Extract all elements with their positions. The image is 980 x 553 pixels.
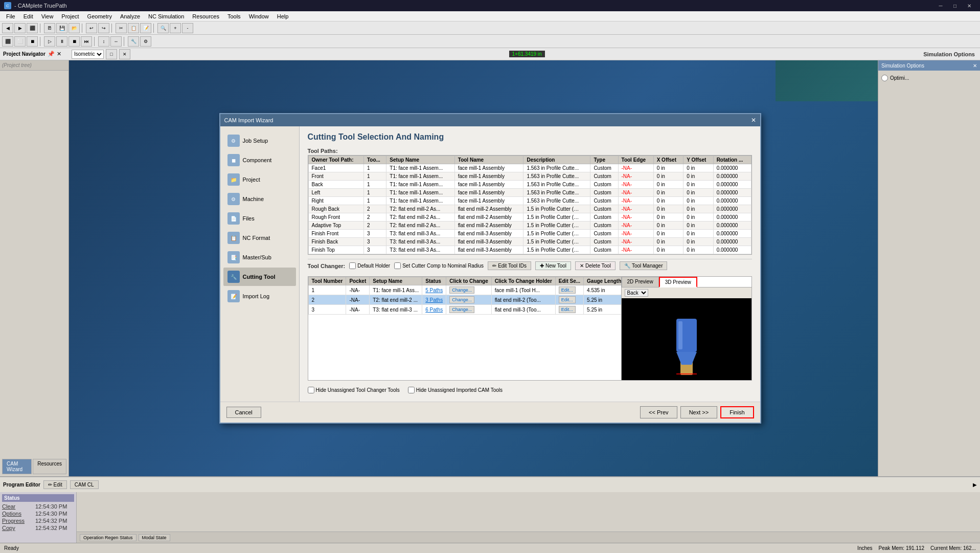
minimize-button[interactable]: ─ — [934, 0, 947, 11]
delete-tool-button[interactable]: ✕ Delete Tool — [575, 261, 616, 270]
menu-geometry[interactable]: Geometry — [83, 12, 116, 20]
edit-tool-ids-button[interactable]: ✏ Edit Tool IDs — [488, 261, 531, 270]
menu-file[interactable]: File — [2, 12, 19, 20]
project-navigator-pin[interactable]: 📌 — [48, 51, 55, 57]
toolbar-btn-6[interactable]: 📂 — [69, 23, 80, 33]
toolbar-btn-10[interactable]: 📋 — [128, 23, 139, 33]
edit-button[interactable]: Edit... — [559, 306, 576, 313]
tool-paths-table-wrap[interactable]: Owner Tool Path: Too... Setup Name Tool … — [308, 155, 752, 255]
next-button[interactable]: Next >> — [680, 406, 718, 418]
tool-path-row[interactable]: Rough Back2T2: flat end mill-2 As...flat… — [308, 205, 751, 213]
tool-path-row[interactable]: Front1T1: face mill-1 Assem...face mill-… — [308, 172, 751, 181]
modal-state-tab[interactable]: Modal State — [139, 534, 170, 541]
toolbar-btn-4[interactable]: 🖹 — [44, 23, 55, 33]
step-machine[interactable]: ⚙ Machine — [223, 190, 296, 208]
tc-row[interactable]: 2-NA-T2: flat end mill-2 ...3 PathsChang… — [308, 295, 621, 305]
edit-button[interactable]: Edit... — [559, 296, 576, 303]
step-cutting-tool[interactable]: 🔧 Cutting Tool — [223, 268, 296, 286]
toolbar-btn-25[interactable]: ⏸ — [56, 36, 67, 47]
step-import-log[interactable]: 📝 Import Log — [223, 287, 296, 305]
change-button[interactable]: Change... — [449, 286, 474, 294]
step-project[interactable]: 📁 Project — [223, 170, 296, 189]
status-row-label[interactable]: Options — [2, 511, 31, 517]
menu-help[interactable]: Help — [273, 12, 293, 20]
menu-edit[interactable]: Edit — [19, 12, 37, 20]
tool-path-row[interactable]: Finish Top3T3: flat end mill-3 As...flat… — [308, 246, 751, 254]
menu-window[interactable]: Window — [245, 12, 273, 20]
tab-2d-preview[interactable]: 2D Preview — [622, 277, 659, 287]
tool-manager-button[interactable]: 🔧 Tool Manager — [620, 261, 668, 270]
toolbar-btn-3[interactable]: ⬛ — [27, 23, 38, 33]
cam-cl-button[interactable]: CAM CL — [70, 480, 99, 489]
toolbar-btn-11[interactable]: 📝 — [140, 23, 151, 33]
new-tool-button[interactable]: ✚ New Tool — [535, 261, 571, 270]
step-master-sub[interactable]: 📑 Master/Sub — [223, 248, 296, 267]
toolbar-btn-7[interactable]: ↩ — [86, 23, 97, 33]
toolbar-btn-27[interactable]: ⏭ — [81, 36, 92, 47]
step-files[interactable]: 📄 Files — [223, 209, 296, 228]
edit-button[interactable]: Edit... — [559, 286, 576, 294]
edit-button[interactable]: ✏ Edit — [43, 480, 67, 489]
tc-table-wrap[interactable]: Tool Number Pocket Setup Name Status Cli… — [308, 277, 621, 380]
tool-path-row[interactable]: Left1T1: face mill-1 Assem...face mill-1… — [308, 189, 751, 197]
toolbar-btn-22[interactable]: ⬜ — [14, 36, 26, 47]
menu-analyze[interactable]: Analyze — [116, 12, 144, 20]
status-row-label[interactable]: Progress — [2, 518, 31, 524]
change-button[interactable]: Change... — [449, 306, 474, 313]
step-component[interactable]: ◼ Component — [223, 151, 296, 169]
toolbar-btn-14[interactable]: - — [182, 23, 193, 33]
toolbar-btn-1[interactable]: ◀ — [2, 23, 13, 33]
status-row-label[interactable]: Copy — [2, 525, 31, 531]
paths-link[interactable]: 6 Paths — [425, 307, 443, 313]
step-nc-format[interactable]: 📋 NC Format — [223, 229, 296, 247]
toolbar-btn-13[interactable]: + — [170, 23, 181, 33]
tool-path-row[interactable]: Back1T1: face mill-1 Assem...face mill-1… — [308, 181, 751, 189]
operation-regen-status-tab[interactable]: Operation Regen Status — [80, 534, 136, 541]
toolbar-btn-28[interactable]: ↕ — [98, 36, 109, 47]
cancel-button[interactable]: Cancel — [226, 407, 261, 418]
view-btn-2[interactable]: ✕ — [119, 49, 130, 59]
prev-button[interactable]: << Prev — [640, 406, 677, 418]
change-button[interactable]: Change... — [449, 296, 474, 303]
toolbar-btn-9[interactable]: ✂ — [116, 23, 127, 33]
tool-path-row[interactable]: Right1T1: face mill-1 Assem...face mill-… — [308, 197, 751, 205]
step-job-setup[interactable]: ⚙ Job Setup — [223, 131, 296, 150]
hide-unassigned-tc-checkbox[interactable] — [308, 387, 314, 393]
toolbar-btn-2[interactable]: ▶ — [14, 23, 26, 33]
tc-row[interactable]: 3-NA-T3: flat end mill-3 ...6 PathsChang… — [308, 305, 621, 315]
menu-project[interactable]: Project — [57, 12, 83, 20]
tool-path-row[interactable]: Face11T1: face mill-1 Assem...face mill-… — [308, 164, 751, 172]
toolbar-btn-30[interactable]: 🔧 — [128, 36, 139, 47]
hide-unassigned-cam-label[interactable]: Hide Unassigned Imported CAM Tools — [408, 387, 503, 393]
toolbar-btn-26[interactable]: ⏹ — [69, 36, 80, 47]
toolbar-btn-5[interactable]: 💾 — [56, 23, 67, 33]
close-button[interactable]: ✕ — [963, 0, 976, 11]
toolbar-btn-8[interactable]: ↪ — [98, 23, 109, 33]
menu-resources[interactable]: Resources — [188, 12, 223, 20]
preview-view-select[interactable]: Back Front Top Left Right — [625, 289, 648, 297]
toolbar-btn-23[interactable]: ⏹ — [27, 36, 38, 47]
toolbar-btn-21[interactable]: ⬛ — [2, 36, 13, 47]
menu-nc-simulation[interactable]: NC Simulation — [144, 12, 188, 20]
view-select[interactable]: Isometric — [72, 50, 104, 59]
toolbar-btn-12[interactable]: 🔍 — [157, 23, 169, 33]
tool-path-row[interactable]: Adaptive Top2T2: flat end mill-2 As...fl… — [308, 222, 751, 230]
tc-row[interactable]: 1-NA-T1: face mill-1 Ass...5 PathsChange… — [308, 285, 621, 295]
tool-path-row[interactable]: Finish Back3T3: flat end mill-3 As...fla… — [308, 238, 751, 246]
hide-unassigned-cam-checkbox[interactable] — [408, 387, 415, 393]
set-cutter-comp-checkbox[interactable] — [394, 262, 401, 269]
view-btn-1[interactable]: □ — [106, 49, 117, 59]
maximize-button[interactable]: □ — [948, 0, 962, 11]
finish-button[interactable]: Finish — [720, 406, 754, 418]
tool-path-row[interactable]: Finish Front3T3: flat end mill-3 As...fl… — [308, 230, 751, 238]
toolbar-btn-29[interactable]: ↔ — [110, 36, 122, 47]
tab-3d-preview[interactable]: 3D Preview — [659, 277, 697, 287]
default-holder-check[interactable]: Default Holder — [349, 262, 390, 269]
hide-unassigned-tc-label[interactable]: Hide Unassigned Tool Changer Tools — [308, 387, 400, 393]
status-row-label[interactable]: Clear — [2, 503, 31, 510]
project-navigator-close[interactable]: ✕ — [57, 51, 61, 57]
tool-path-row[interactable]: Rough Front2T2: flat end mill-2 As...fla… — [308, 213, 751, 222]
menu-view[interactable]: View — [37, 12, 58, 20]
paths-link[interactable]: 5 Paths — [425, 287, 443, 293]
toolbar-btn-31[interactable]: ⚙ — [140, 36, 151, 47]
